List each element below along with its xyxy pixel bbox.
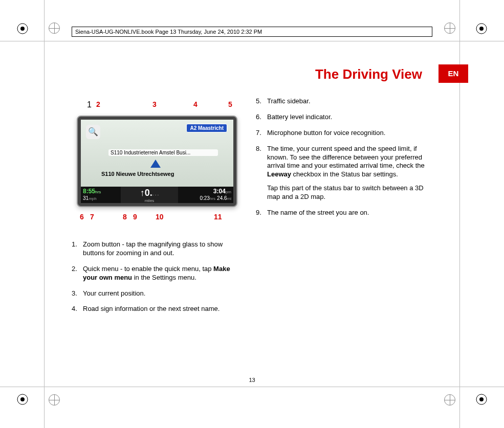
device-screenshot: 🔍 A2 Maastricht S110 Industrieterrein Am…: [77, 116, 237, 207]
callout-5: 5: [228, 100, 232, 108]
zoom-button[interactable]: 🔍: [86, 125, 100, 139]
callout-10: 10: [156, 213, 164, 221]
registration-mark-bottom-left: [15, 392, 30, 407]
list-item: 1.Zoom button - tap the magnifying glass…: [72, 240, 240, 258]
item-number: 9.: [256, 209, 267, 217]
callout-7: 7: [90, 213, 94, 221]
current-position-icon: [150, 160, 161, 168]
item-number: 6.: [256, 113, 267, 122]
svg-point-5: [20, 397, 25, 401]
crop-guide-left: [44, 0, 45, 428]
bold-term: Leeway: [267, 170, 291, 178]
item-number: 3.: [72, 289, 83, 298]
distance-unit: miles: [121, 198, 178, 203]
crop-target-top-right: [444, 22, 455, 34]
callout-11: 11: [214, 213, 222, 221]
callout-1: 1: [87, 100, 92, 109]
crop-target-top-left: [49, 22, 60, 34]
current-speed: 31: [83, 195, 89, 201]
chapter-title: The Driving View: [256, 66, 422, 82]
right-column: 5.Traffic sidebar.6.Battery level indica…: [256, 97, 425, 224]
registration-mark-top-right: [474, 21, 489, 36]
item-number: 2.: [72, 265, 83, 282]
list-item: 3.Your current position.: [72, 289, 240, 298]
list-item: 9.The name of the street you are on.: [256, 209, 425, 217]
arrival-time: 8:55: [83, 188, 95, 195]
status-bar-left[interactable]: 8:55hrs 31mph: [81, 187, 121, 203]
next-turn-dash: - - -: [152, 192, 159, 197]
item-text: Microphone button for voice recognition.: [267, 129, 425, 138]
registration-mark-top-left: [15, 21, 30, 36]
status-bar-middle[interactable]: ↑0.- - - miles: [121, 187, 178, 203]
left-item-list: 1.Zoom button - tap the magnifying glass…: [72, 240, 240, 313]
map-area[interactable]: 🔍 A2 Maastricht S110 Industrieterrein Am…: [81, 120, 233, 187]
list-item: 5.Traffic sidebar.: [256, 97, 425, 106]
left-column: 1.Zoom button - tap the magnifying glass…: [72, 240, 240, 321]
driving-view-figure: 1 2 3 4 5 🔍 A2 Maastricht S110 Industrie…: [72, 100, 240, 228]
list-item: 8.The time, your current speed and the s…: [256, 145, 425, 201]
callout-4: 4: [193, 100, 198, 108]
status-bar-right[interactable]: 3:04pm 0:23hrs 24.6mi: [178, 187, 233, 203]
item-text: Your current position.: [83, 289, 240, 298]
running-head: Siena-USA-UG-NONLIVE.book Page 13 Thursd…: [72, 27, 432, 37]
time-remaining: 0:23: [200, 195, 209, 201]
crop-guide-top: [0, 41, 504, 41]
item-number: 7.: [256, 129, 267, 138]
callout-6: 6: [80, 213, 84, 221]
time-remaining-unit: hrs: [210, 196, 215, 201]
registration-mark-bottom-right: [474, 392, 489, 407]
bold-term: Make your own menu: [83, 265, 230, 281]
list-item: 2.Quick menu - to enable the quick menu,…: [72, 265, 240, 282]
distance-remaining-unit: mi: [227, 196, 231, 201]
list-item: 4.Road sign information or the next stre…: [72, 305, 240, 313]
page-number: 13: [0, 377, 504, 383]
callout-3: 3: [152, 100, 157, 108]
item-number: 1.: [72, 240, 83, 258]
item-text-extra: Tap this part of the status bar to switc…: [267, 184, 425, 201]
list-item: 6.Battery level indicator.: [256, 113, 425, 122]
item-number: 8.: [256, 145, 267, 201]
current-street: S110 Nieuwe Utrechtseweg: [101, 171, 174, 177]
list-item: 7.Microphone button for voice recognitio…: [256, 129, 425, 138]
callout-2: 2: [96, 100, 100, 108]
item-text: Battery level indicator.: [267, 113, 425, 122]
callout-8: 8: [123, 213, 127, 221]
item-text: Quick menu - to enable the quick menu, t…: [83, 265, 240, 282]
crop-target-bottom-left: [49, 394, 60, 406]
speed-unit: mph: [89, 196, 97, 201]
crop-target-bottom-right: [444, 394, 455, 406]
item-text: The time, your current speed and the spe…: [267, 145, 425, 201]
item-text: The name of the street you are on.: [267, 209, 425, 217]
street-banner: S110 Industrieterrein Amstel Busi...: [108, 149, 218, 156]
arrival-time-unit: hrs: [95, 190, 101, 194]
callout-9: 9: [133, 213, 137, 221]
item-number: 5.: [256, 97, 267, 106]
eta-unit: pm: [226, 190, 231, 194]
crop-guide-bottom: [0, 387, 504, 387]
eta-time: 3:04: [213, 188, 226, 195]
status-bar[interactable]: 8:55hrs 31mph ↑0.- - - miles 3:04pm 0:23…: [81, 187, 233, 203]
item-number: 4.: [72, 305, 83, 313]
svg-point-1: [20, 27, 25, 31]
svg-point-3: [479, 27, 484, 31]
language-tab: EN: [439, 64, 468, 83]
item-text: Traffic sidebar.: [267, 97, 425, 106]
road-sign[interactable]: A2 Maastricht: [186, 124, 227, 132]
direction-arrow-icon: ↑: [140, 188, 145, 198]
next-turn-distance: 0.: [145, 188, 152, 198]
item-text: Road sign information or the next street…: [83, 305, 240, 313]
svg-point-7: [479, 397, 484, 401]
item-text: Zoom button - tap the magnifying glass t…: [83, 240, 240, 258]
right-item-list: 5.Traffic sidebar.6.Battery level indica…: [256, 97, 425, 217]
distance-remaining: 24.6: [217, 195, 227, 201]
